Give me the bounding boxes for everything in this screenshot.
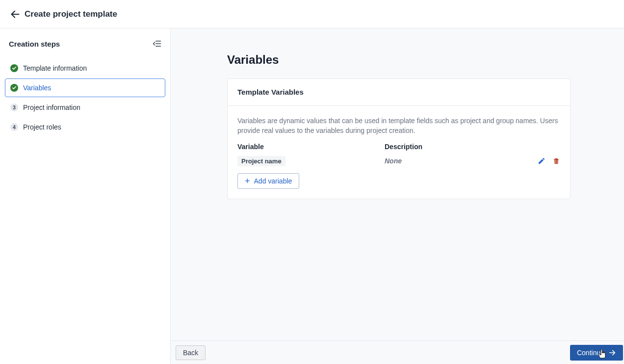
page-header: Create project template: [0, 0, 624, 28]
trash-icon[interactable]: [552, 157, 560, 165]
step-label: Project information: [23, 104, 80, 111]
arrow-right-icon: [608, 349, 616, 357]
card-description: Variables are dynamic values that can be…: [237, 116, 560, 136]
main-area: Variables Template Variables Variables a…: [171, 28, 624, 364]
step-variables[interactable]: Variables: [5, 78, 165, 97]
back-arrow-icon[interactable]: [10, 9, 21, 20]
sidebar-title: Creation steps: [9, 40, 60, 48]
variable-column-header: Variable: [237, 143, 385, 151]
page-title: Variables: [227, 53, 624, 67]
step-label: Project roles: [23, 123, 61, 131]
continue-button[interactable]: Continue: [570, 345, 623, 361]
header-title: Create project template: [25, 9, 117, 19]
step-project-information[interactable]: 3 Project information: [5, 98, 165, 117]
wizard-footer: Back Continue: [171, 340, 624, 364]
back-button[interactable]: Back: [176, 345, 206, 360]
card-title: Template Variables: [237, 88, 304, 96]
variable-table-header: Variable Description: [237, 143, 560, 151]
variable-name-badge: Project name: [237, 156, 286, 166]
step-number-icon: 3: [10, 104, 18, 111]
step-project-roles[interactable]: 4 Project roles: [5, 118, 165, 136]
step-number-icon: 4: [10, 123, 18, 131]
add-variable-label: Add variable: [254, 177, 292, 185]
template-variables-card: Template Variables Variables are dynamic…: [227, 78, 571, 199]
step-label: Template information: [23, 64, 87, 72]
step-label: Variables: [23, 84, 51, 92]
step-template-information[interactable]: Template information: [5, 59, 165, 78]
check-circle-icon: [10, 84, 18, 92]
check-circle-icon: [10, 64, 18, 72]
plus-icon: +: [245, 178, 250, 184]
edit-icon[interactable]: [538, 157, 546, 165]
collapse-sidebar-icon[interactable]: [153, 39, 161, 48]
continue-label: Continue: [577, 349, 604, 357]
sidebar: Creation steps Template information Vari…: [0, 28, 171, 364]
add-variable-button[interactable]: + Add variable: [237, 173, 299, 189]
step-list: Template information Variables 3 Project…: [0, 59, 170, 136]
variable-row: Project name None: [237, 155, 560, 171]
description-column-header: Description: [385, 143, 560, 151]
variable-description: None: [385, 157, 402, 165]
